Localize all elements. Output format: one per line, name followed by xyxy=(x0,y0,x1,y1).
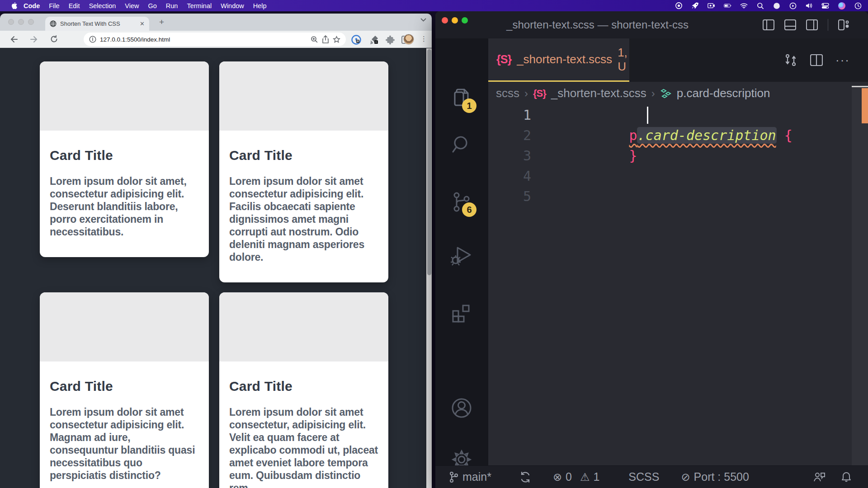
language-mode-item[interactable]: SCSS xyxy=(628,470,659,483)
titlebar-separator xyxy=(828,19,828,31)
status-bar: main* ⊗ 0 ⚠ 1 SCSS ⊘ Port : 5500 xyxy=(435,465,868,488)
apple-logo-icon[interactable] xyxy=(7,2,21,9)
browser-toolbar: 127.0.0.1:5500/index.html ⋮ xyxy=(0,31,432,48)
problems-item[interactable]: ⊗ 0 ⚠ 1 xyxy=(553,470,599,483)
rocket-icon[interactable] xyxy=(691,2,699,9)
eyedropper-extension-icon[interactable] xyxy=(369,35,379,45)
toggle-secondary-sidebar-icon[interactable] xyxy=(806,19,818,30)
code-open-brace-token: { xyxy=(776,127,793,143)
focus-mode-icon[interactable] xyxy=(773,2,780,9)
compare-changes-icon[interactable] xyxy=(784,53,797,67)
extensions-icon[interactable] xyxy=(449,301,474,325)
line-number: 2 xyxy=(488,125,531,145)
address-bar[interactable]: 127.0.0.1:5500/index.html xyxy=(84,33,346,46)
code-line-1[interactable]: p.card-description { xyxy=(564,105,793,125)
screen-record-icon[interactable] xyxy=(708,2,715,9)
page-scrollbar-thumb[interactable] xyxy=(427,49,431,275)
toggle-panel-icon[interactable] xyxy=(784,19,796,30)
scss-file-icon: {S} xyxy=(533,88,546,99)
breadcrumb-separator-icon: › xyxy=(524,87,528,100)
errors-icon: ⊗ xyxy=(553,471,562,483)
page-scrollbar[interactable] xyxy=(426,48,432,488)
record-icon[interactable] xyxy=(675,2,683,9)
card: Card Title Lorem ipsum dolor sit amet co… xyxy=(219,292,388,488)
run-debug-icon[interactable] xyxy=(449,243,474,267)
menu-item[interactable]: Window xyxy=(216,2,249,9)
git-branch-item[interactable]: main* xyxy=(449,470,491,483)
new-tab-button[interactable]: + xyxy=(159,17,164,27)
accounts-icon[interactable] xyxy=(449,396,474,420)
web-page: Card Title Lorem ipsum dolor sit amet, c… xyxy=(0,48,432,488)
notifications-bell-icon[interactable] xyxy=(841,471,852,483)
card-description: Lorem ipsum dolor sit amet consectetur, … xyxy=(229,406,378,488)
card-title: Card Title xyxy=(50,148,199,163)
code-close-brace-token: } xyxy=(629,148,637,164)
window-minimize-button[interactable] xyxy=(18,19,24,25)
editor-scrollbar[interactable] xyxy=(852,86,868,465)
reload-button[interactable] xyxy=(48,35,60,43)
zoom-page-icon[interactable] xyxy=(311,36,318,43)
volume-icon[interactable] xyxy=(805,2,813,9)
tab-close-icon[interactable]: ✕ xyxy=(140,20,145,27)
browser-tab[interactable]: Shorten Text With CSS ✕ xyxy=(45,17,149,31)
back-button[interactable] xyxy=(8,36,20,43)
card-title: Card Title xyxy=(50,379,199,394)
customize-layout-icon[interactable] xyxy=(838,19,850,30)
site-info-icon[interactable] xyxy=(89,36,96,43)
url-text[interactable]: 127.0.0.1:5500/index.html xyxy=(100,36,307,43)
overview-ruler-warning-marker xyxy=(862,88,868,123)
menu-item[interactable]: Run xyxy=(161,2,183,9)
menu-item[interactable]: Go xyxy=(143,2,161,9)
menu-item[interactable]: File xyxy=(44,2,64,9)
explorer-badge: 1 xyxy=(462,99,476,113)
language-mode: SCSS xyxy=(628,470,659,483)
spotlight-search-icon[interactable] xyxy=(756,2,764,9)
symbol-icon xyxy=(660,88,672,99)
tab-strip-chevron-icon[interactable] xyxy=(420,18,426,22)
code-line-2[interactable]: } xyxy=(564,125,637,145)
desktop: { "menu_bar": { "app_name": "Code", "men… xyxy=(0,0,868,488)
window-zoom-button[interactable] xyxy=(28,19,34,25)
editor-actions-ellipsis-icon[interactable]: ··· xyxy=(835,53,850,67)
code-editor[interactable]: 12345 p.card-description { } xyxy=(488,105,868,465)
window-close-button[interactable] xyxy=(8,19,14,25)
code-selector-token: .card-description xyxy=(637,127,776,143)
menu-item[interactable]: Edit xyxy=(64,2,85,9)
toggle-primary-sidebar-icon[interactable] xyxy=(763,19,774,30)
menu-item[interactable]: View xyxy=(120,2,143,9)
password-manager-extension-icon[interactable] xyxy=(351,35,361,45)
battery-icon[interactable] xyxy=(724,2,731,9)
scrollbar-top-line xyxy=(852,86,868,87)
browser-menu-kebab-icon[interactable]: ⋮ xyxy=(420,35,427,43)
profile-avatar[interactable] xyxy=(403,34,414,45)
breadcrumb-file[interactable]: _shorten-text.scss xyxy=(551,86,646,100)
menu-item[interactable]: Terminal xyxy=(182,2,216,9)
breadcrumb-folder[interactable]: scss xyxy=(496,86,519,100)
search-icon[interactable] xyxy=(449,132,474,157)
editor-tab-bar: {S} _shorten-text.scss 1, U ··· xyxy=(488,38,868,82)
card-title: Card Title xyxy=(229,379,378,394)
live-server-port-item[interactable]: ⊘ Port : 5500 xyxy=(681,470,749,483)
menu-app-name[interactable]: Code xyxy=(24,2,40,9)
warnings-icon: ⚠ xyxy=(580,471,590,483)
port-label: Port : 5500 xyxy=(694,470,749,483)
control-center-icon[interactable] xyxy=(821,2,829,9)
editor-tab[interactable]: {S} _shorten-text.scss 1, U xyxy=(488,38,629,82)
sync-changes-icon[interactable] xyxy=(519,471,531,483)
wifi-icon[interactable] xyxy=(740,2,748,9)
share-icon[interactable] xyxy=(322,35,329,43)
tab-filename: _shorten-text.scss xyxy=(517,52,612,66)
menu-item[interactable]: Selection xyxy=(85,2,121,9)
playback-icon[interactable] xyxy=(789,2,797,9)
siri-icon[interactable] xyxy=(838,2,845,9)
extensions-puzzle-icon[interactable] xyxy=(385,35,395,45)
breadcrumb-symbol[interactable]: p.card-description xyxy=(677,86,770,100)
menu-item[interactable]: Help xyxy=(249,2,271,9)
bookmark-star-icon[interactable] xyxy=(333,36,340,43)
tab-favicon-globe-icon xyxy=(50,20,57,27)
feedback-icon[interactable] xyxy=(813,471,826,483)
forward-button[interactable] xyxy=(28,36,40,43)
clock-icon[interactable] xyxy=(854,2,862,9)
split-editor-icon[interactable] xyxy=(810,54,823,66)
card-image-placeholder xyxy=(219,292,388,361)
